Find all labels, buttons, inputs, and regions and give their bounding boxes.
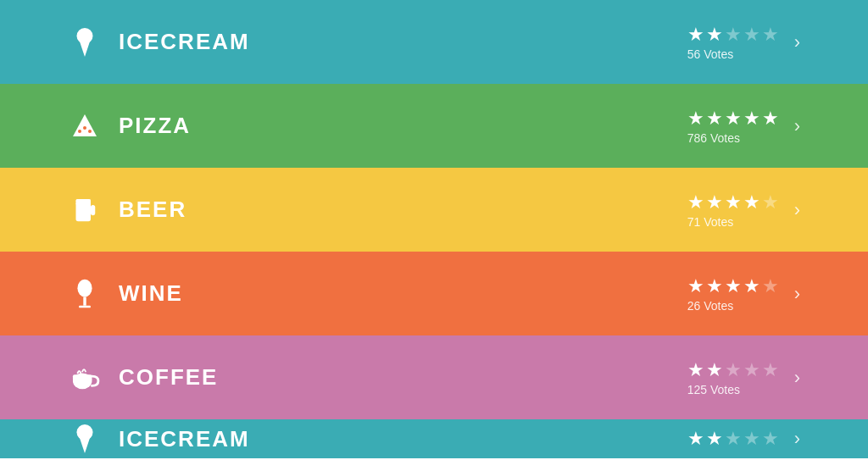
svg-rect-10 xyxy=(76,198,92,202)
icecream2-icon xyxy=(68,422,102,456)
rating-block-icecream-2: ★★★★★ xyxy=(687,428,779,450)
chevron-icon-coffee[interactable]: › xyxy=(794,367,800,389)
item-label-icecream-1: ICECREAM xyxy=(119,29,250,55)
svg-point-4 xyxy=(83,126,86,130)
item-left-icecream-1: ICECREAM xyxy=(68,25,250,59)
rating-block-icecream-1: ★★★★★ 56 Votes xyxy=(687,24,779,61)
svg-marker-17 xyxy=(78,434,91,453)
list-item-pizza[interactable]: PIZZA ★★★★★ 786 Votes › xyxy=(0,84,868,168)
star-filled: ★ xyxy=(687,108,704,130)
svg-marker-3 xyxy=(73,114,97,136)
item-right-coffee: ★★★★★ 125 Votes › xyxy=(687,359,800,396)
svg-point-6 xyxy=(88,130,92,133)
chevron-icon-icecream-1[interactable]: › xyxy=(794,31,800,53)
star-empty: ★ xyxy=(725,359,742,381)
item-right-pizza: ★★★★★ 786 Votes › xyxy=(687,108,800,145)
svg-rect-8 xyxy=(91,204,95,214)
star-empty: ★ xyxy=(762,191,779,213)
star-empty: ★ xyxy=(762,359,779,381)
rating-block-wine: ★★★★★ 26 Votes xyxy=(687,275,779,313)
svg-rect-13 xyxy=(79,305,91,308)
chevron-icon-pizza[interactable]: › xyxy=(794,115,800,137)
star-filled: ★ xyxy=(706,428,723,450)
stars-icecream-2: ★★★★★ xyxy=(687,428,779,450)
star-filled: ★ xyxy=(725,108,742,130)
chevron-icon-icecream-2[interactable]: › xyxy=(794,428,800,450)
star-filled: ★ xyxy=(706,275,723,297)
beer-icon xyxy=(68,193,102,227)
star-filled: ★ xyxy=(706,24,723,46)
stars-coffee: ★★★★★ xyxy=(687,359,779,381)
votes-pizza: 786 Votes xyxy=(687,131,740,145)
icecream-icon xyxy=(68,25,102,59)
votes-coffee: 125 Votes xyxy=(687,383,740,396)
item-right-wine: ★★★★★ 26 Votes › xyxy=(687,275,800,313)
stars-wine: ★★★★★ xyxy=(687,275,779,297)
item-right-beer: ★★★★★ 71 Votes › xyxy=(687,191,800,229)
coffee-icon xyxy=(68,361,102,395)
svg-rect-12 xyxy=(83,297,86,305)
chevron-icon-beer[interactable]: › xyxy=(794,199,800,221)
star-filled: ★ xyxy=(743,275,760,297)
star-filled: ★ xyxy=(687,275,704,297)
votes-icecream-1: 56 Votes xyxy=(687,47,734,61)
item-left-pizza: PIZZA xyxy=(68,109,191,143)
star-filled: ★ xyxy=(743,108,760,130)
star-empty: ★ xyxy=(743,24,760,46)
star-filled: ★ xyxy=(725,275,742,297)
list-item-wine[interactable]: WINE ★★★★★ 26 Votes › xyxy=(0,252,868,335)
star-empty: ★ xyxy=(762,428,779,450)
star-filled: ★ xyxy=(706,191,723,213)
star-filled: ★ xyxy=(687,359,704,381)
svg-point-5 xyxy=(78,130,81,133)
pizza-icon xyxy=(68,109,102,143)
rating-block-coffee: ★★★★★ 125 Votes xyxy=(687,359,779,396)
star-empty: ★ xyxy=(762,24,779,46)
list-item-beer[interactable]: BEER ★★★★★ 71 Votes › xyxy=(0,168,868,252)
list-item-coffee[interactable]: COFFEE ★★★★★ 125 Votes › xyxy=(0,335,868,419)
rating-block-pizza: ★★★★★ 786 Votes xyxy=(687,108,779,145)
wine-icon xyxy=(68,277,102,311)
star-empty: ★ xyxy=(725,428,742,450)
star-filled: ★ xyxy=(706,359,723,381)
item-label-coffee: COFFEE xyxy=(119,364,218,391)
svg-marker-1 xyxy=(78,37,91,57)
item-left-icecream-2: ICECREAM xyxy=(68,422,250,456)
list-item-icecream-1[interactable]: ICECREAM ★★★★★ 56 Votes › xyxy=(0,0,868,84)
star-filled: ★ xyxy=(687,428,704,450)
item-left-coffee: COFFEE xyxy=(68,361,218,395)
item-label-wine: WINE xyxy=(119,280,183,307)
stars-pizza: ★★★★★ xyxy=(687,108,779,130)
star-filled: ★ xyxy=(762,108,779,130)
svg-point-11 xyxy=(77,279,92,297)
stars-icecream-1: ★★★★★ xyxy=(687,24,779,46)
star-empty: ★ xyxy=(725,24,742,46)
chevron-icon-wine[interactable]: › xyxy=(794,283,800,305)
stars-beer: ★★★★★ xyxy=(687,191,779,213)
star-filled: ★ xyxy=(743,191,760,213)
item-left-beer: BEER xyxy=(68,193,186,227)
item-right-icecream-1: ★★★★★ 56 Votes › xyxy=(687,24,800,61)
votes-wine: 26 Votes xyxy=(687,299,734,313)
star-empty: ★ xyxy=(743,428,760,450)
item-label-beer: BEER xyxy=(119,197,186,223)
star-filled: ★ xyxy=(706,108,723,130)
votes-beer: 71 Votes xyxy=(687,215,734,229)
item-left-wine: WINE xyxy=(68,277,183,311)
star-filled: ★ xyxy=(687,191,704,213)
item-label-pizza: PIZZA xyxy=(119,113,191,139)
star-filled: ★ xyxy=(687,24,704,46)
svg-rect-15 xyxy=(73,374,92,381)
rating-block-beer: ★★★★★ 71 Votes xyxy=(687,191,779,229)
list-item-icecream-2[interactable]: ICECREAM ★★★★★ › xyxy=(0,419,868,458)
star-empty: ★ xyxy=(743,359,760,381)
item-label-icecream-2: ICECREAM xyxy=(119,426,250,452)
star-empty: ★ xyxy=(762,275,779,297)
star-filled: ★ xyxy=(725,191,742,213)
item-right-icecream-2: ★★★★★ › xyxy=(687,428,800,450)
